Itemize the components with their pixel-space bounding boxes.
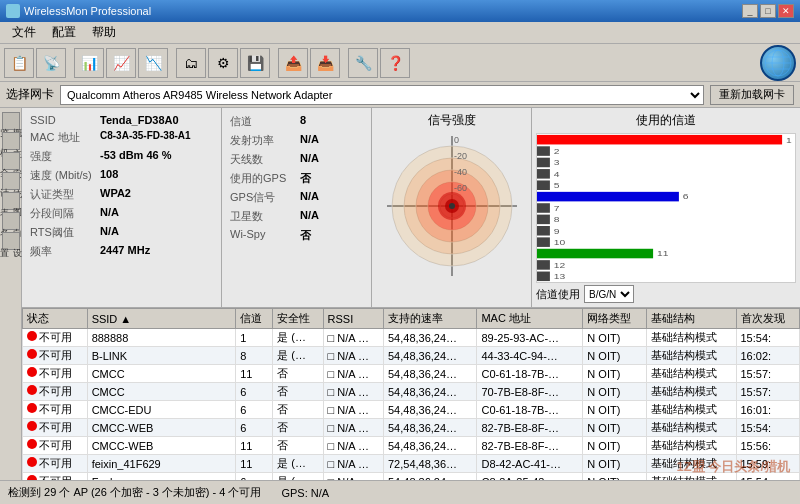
table-cell: 否 xyxy=(273,419,323,437)
table-cell: N OIT) xyxy=(583,347,646,365)
table-cell: 基础结构模式 xyxy=(646,347,736,365)
toolbar-btn-8[interactable]: 💾 xyxy=(240,48,270,78)
toolbar-btn-1[interactable]: 📋 xyxy=(4,48,34,78)
table-cell: 6 xyxy=(236,401,273,419)
table-cell: N OIT) xyxy=(583,365,646,383)
table-row[interactable]: 不可用CMCC11否□ N/A …54,48,36,24…C0-61-18-7B… xyxy=(23,365,800,383)
toolbar-btn-9[interactable]: 📤 xyxy=(278,48,308,78)
adapter-label: 选择网卡 xyxy=(6,86,54,103)
channel-chart: 12345678910111213 xyxy=(536,133,796,283)
rts-label: RTS阈值 xyxy=(30,225,100,240)
table-cell: 70-7B-E8-8F-… xyxy=(477,383,583,401)
toolbar-btn-5[interactable]: 📉 xyxy=(138,48,168,78)
table-cell: 不可用 xyxy=(23,365,88,383)
satellites-label: 卫星数 xyxy=(230,209,300,224)
toolbar: 📋 📡 📊 📈 📉 🗂 ⚙ 💾 📤 📥 🔧 ❓ xyxy=(0,44,800,82)
svg-text:2: 2 xyxy=(554,147,560,155)
table-header: 状态SSID ▲信道安全性RSSI支持的速率MAC 地址网络类型基础结构首次发现 xyxy=(23,309,800,329)
table-col-header: SSID ▲ xyxy=(87,309,236,329)
table-col-header: MAC 地址 xyxy=(477,309,583,329)
svg-text:3: 3 xyxy=(554,159,560,167)
table-cell: 89-25-93-AC-… xyxy=(477,329,583,347)
table-row[interactable]: 不可用feixin_41F62911是 (…□ N/A …72,54,48,36… xyxy=(23,455,800,473)
table-cell: 11 xyxy=(236,437,273,455)
toolbar-btn-11[interactable]: 🔧 xyxy=(348,48,378,78)
channel-filter-select[interactable]: B/G/N A/N xyxy=(584,285,634,303)
toolbar-btn-4[interactable]: 📈 xyxy=(106,48,136,78)
table-cell: C0-61-18-7B-… xyxy=(477,401,583,419)
status-dot xyxy=(27,349,37,359)
svg-rect-33 xyxy=(537,192,679,202)
close-button[interactable]: ✕ xyxy=(778,4,794,18)
table-cell: CMCC-WEB xyxy=(87,419,236,437)
sidebar-icon-3[interactable]: 安全 xyxy=(2,152,20,170)
sidebar-icon-4[interactable]: 统计 xyxy=(2,172,20,190)
svg-text:-60: -60 xyxy=(454,183,467,193)
table-cell: 基础结构模式 xyxy=(646,365,736,383)
adapter-select[interactable]: Qualcomm Atheros AR9485 Wireless Network… xyxy=(60,85,704,105)
table-row[interactable]: 不可用8888881是 (…□ N/A …54,48,36,24…89-25-9… xyxy=(23,329,800,347)
table-cell: 基础结构模式 xyxy=(646,383,736,401)
reload-button[interactable]: 重新加载网卡 xyxy=(710,85,794,105)
toolbar-btn-10[interactable]: 📥 xyxy=(310,48,340,78)
menu-config[interactable]: 配置 xyxy=(44,22,84,43)
table-cell: 54,48,36,24… xyxy=(383,401,476,419)
status-dot xyxy=(27,385,37,395)
antenna-label: 天线数 xyxy=(230,152,300,167)
toolbar-btn-2[interactable]: 📡 xyxy=(36,48,66,78)
maximize-button[interactable]: □ xyxy=(760,4,776,18)
table-row[interactable]: 不可用CMCC-WEB6否□ N/A …54,48,36,24…82-7B-E8… xyxy=(23,419,800,437)
table-cell: N OIT) xyxy=(583,437,646,455)
table-row[interactable]: 不可用Fuck6是 (…□ N/A …54,48,36,24…C8-3A-35-… xyxy=(23,473,800,481)
menu-help[interactable]: 帮助 xyxy=(84,22,124,43)
table-cell: feixin_41F629 xyxy=(87,455,236,473)
table-cell: 54,48,36,24… xyxy=(383,419,476,437)
table-cell: 54,48,36,24… xyxy=(383,473,476,481)
table-cell: 54,48,36,24… xyxy=(383,347,476,365)
svg-rect-29 xyxy=(537,169,550,179)
table-cell: □ N/A … xyxy=(323,329,383,347)
svg-point-18 xyxy=(449,203,455,209)
tx-value: N/A xyxy=(300,133,319,148)
table-cell: 44-33-4C-94-… xyxy=(477,347,583,365)
menu-file[interactable]: 文件 xyxy=(4,22,44,43)
table-cell: 15:57: xyxy=(736,365,800,383)
toolbar-btn-6[interactable]: 🗂 xyxy=(176,48,206,78)
table-cell: 不可用 xyxy=(23,329,88,347)
wispy-value: 否 xyxy=(300,228,311,243)
toolbar-btn-help[interactable]: ❓ xyxy=(380,48,410,78)
table-cell: □ N/A … xyxy=(323,455,383,473)
table-row[interactable]: 不可用CMCC6否□ N/A …54,48,36,24…70-7B-E8-8F-… xyxy=(23,383,800,401)
rts-value: N/A xyxy=(100,225,119,240)
status-bar: 检测到 29 个 AP (26 个加密 - 3 个未加密) - 4 个可用 GP… xyxy=(0,480,800,504)
table-cell: 82-7B-E8-8F-… xyxy=(477,437,583,455)
table-cell: C0-61-18-7B-… xyxy=(477,365,583,383)
signal-title: 信号强度 xyxy=(428,112,476,129)
status-dot xyxy=(27,457,37,467)
channel-filter-row: 信道使用 B/G/N A/N xyxy=(536,285,796,303)
sidebar-icon-1[interactable]: 概览 xyxy=(2,112,20,130)
toolbar-btn-3[interactable]: 📊 xyxy=(74,48,104,78)
table-row[interactable]: 不可用B-LINK8是 (…□ N/A …54,48,36,24…44-33-4… xyxy=(23,347,800,365)
table-cell: 54,48,36,24… xyxy=(383,383,476,401)
mac-value: C8-3A-35-FD-38-A1 xyxy=(100,130,191,145)
table-cell: CMCC-WEB xyxy=(87,437,236,455)
signal-panel: 信号强度 xyxy=(372,108,532,307)
sidebar-icon-2[interactable]: 主机 xyxy=(2,132,20,150)
table-row[interactable]: 不可用CMCC-EDU6否□ N/A …54,48,36,24…C0-61-18… xyxy=(23,401,800,419)
table-cell: CMCC-EDU xyxy=(87,401,236,419)
svg-text:0: 0 xyxy=(454,135,459,145)
svg-text:5: 5 xyxy=(554,181,560,189)
table-cell: 15:56: xyxy=(736,437,800,455)
sidebar-icon-7[interactable]: 设置 xyxy=(2,232,20,250)
table-cell: 15:59: xyxy=(736,455,800,473)
table-cell: 否 xyxy=(273,383,323,401)
table-cell: 不可用 xyxy=(23,383,88,401)
minimize-button[interactable]: _ xyxy=(742,4,758,18)
used-gps-label: 使用的GPS xyxy=(230,171,300,186)
status-text: 不可用 xyxy=(39,385,72,397)
sidebar-icon-6[interactable]: 白名 xyxy=(2,212,20,230)
sidebar-icon-5[interactable]: 图表 xyxy=(2,192,20,210)
toolbar-btn-7[interactable]: ⚙ xyxy=(208,48,238,78)
table-row[interactable]: 不可用CMCC-WEB11否□ N/A …54,48,36,24…82-7B-E… xyxy=(23,437,800,455)
